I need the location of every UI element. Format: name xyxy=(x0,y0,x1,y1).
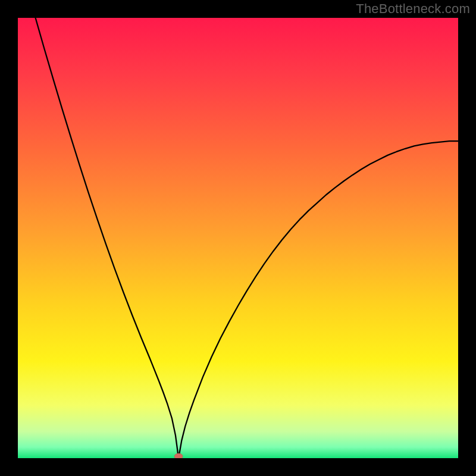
gradient-background xyxy=(18,18,458,458)
chart-svg xyxy=(18,18,458,458)
plot-area xyxy=(18,18,458,458)
watermark-text: TheBottleneck.com xyxy=(356,1,470,17)
chart-frame: TheBottleneck.com xyxy=(0,0,476,476)
minimum-marker xyxy=(174,453,183,458)
